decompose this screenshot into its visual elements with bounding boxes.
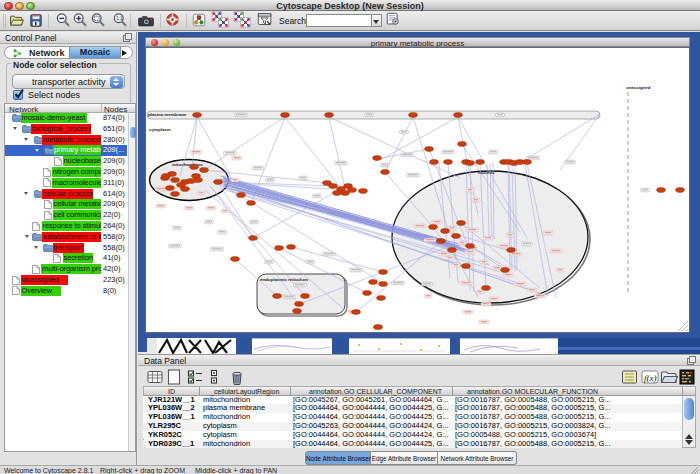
svg-text:plasma membrane: plasma membrane (148, 112, 187, 117)
svg-text:nucleus: nucleus (478, 170, 495, 175)
svg-text:unassigned: unassigned (626, 85, 651, 90)
svg-text:endoplasmic reticulum: endoplasmic reticulum (260, 277, 308, 282)
svg-text:f(x): f(x) (644, 373, 657, 383)
svg-text:cytoplasm: cytoplasm (149, 127, 171, 132)
